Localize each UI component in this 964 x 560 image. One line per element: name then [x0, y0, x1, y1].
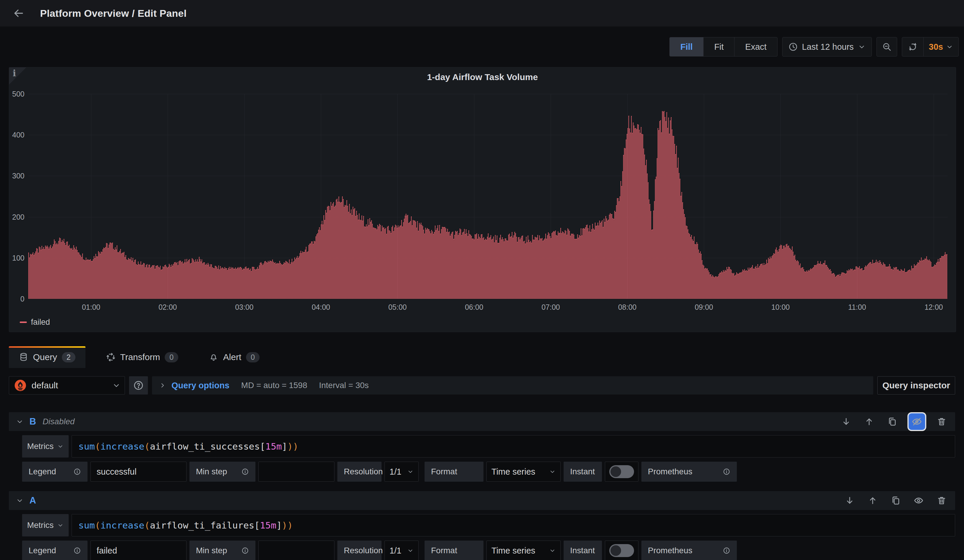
- metrics-dropdown[interactable]: Metrics: [22, 435, 68, 458]
- refresh-button[interactable]: [902, 37, 923, 56]
- query-b-options-row: Legend Min step Resolution 1/1 Format Ti…: [22, 462, 955, 482]
- fit-button[interactable]: Fit: [703, 37, 734, 56]
- query-a-header: A: [9, 491, 955, 510]
- toggle-query-visibility-button[interactable]: [912, 494, 925, 507]
- info-icon: [241, 547, 249, 554]
- collapse-chevron-icon[interactable]: [16, 418, 24, 425]
- move-query-up-button[interactable]: [863, 415, 876, 428]
- query-a-options-row: Legend Min step Resolution 1/1 Format Ti…: [22, 541, 955, 560]
- query-inspector-button[interactable]: Query inspector: [878, 376, 955, 394]
- datasource-name: default: [31, 380, 58, 390]
- y-tick-label: 300: [9, 172, 24, 180]
- tab-alert-label: Alert: [223, 352, 241, 362]
- tab-transform-label: Transform: [120, 352, 160, 362]
- chevron-down-icon: [549, 468, 556, 475]
- page-title: Platform Overview / Edit Panel: [40, 8, 187, 19]
- min-step-label-box: Min step: [189, 462, 256, 482]
- tab-alert[interactable]: Alert 0: [199, 346, 270, 368]
- chart-plot-area[interactable]: [28, 94, 948, 299]
- datasource-select[interactable]: default: [9, 376, 125, 394]
- query-a-ref: A: [29, 495, 36, 506]
- y-axis-labels: 0100200300400500: [9, 94, 24, 299]
- clock-icon: [788, 42, 798, 52]
- duplicate-query-button[interactable]: [889, 494, 902, 507]
- fill-button[interactable]: Fill: [670, 37, 703, 56]
- toggle-query-visibility-button[interactable]: [909, 413, 925, 430]
- chevron-down-icon: [112, 381, 120, 390]
- instant-label: Instant: [570, 546, 595, 555]
- prometheus-logo-icon: [14, 379, 27, 392]
- time-range-picker[interactable]: Last 12 hours: [782, 37, 872, 57]
- promql-editor[interactable]: sum(increase(airflow_ti_successes[15m])): [72, 435, 955, 458]
- instant-label-box: Instant: [563, 462, 602, 482]
- refresh-interval-dropdown[interactable]: 30s: [923, 37, 958, 56]
- refresh-icon: [908, 42, 917, 52]
- toggle-track: [609, 544, 634, 557]
- refresh-interval-label: 30s: [929, 42, 943, 52]
- legend-label: Legend: [29, 467, 56, 476]
- legend-item-failed[interactable]: failed: [20, 318, 50, 327]
- move-query-up-button[interactable]: [866, 494, 879, 507]
- resolution-select[interactable]: 1/1: [384, 541, 418, 560]
- metrics-dropdown[interactable]: Metrics: [22, 514, 68, 536]
- query-a-actions: [843, 494, 948, 507]
- query-options-bar[interactable]: Query options MD = auto = 1598 Interval …: [152, 376, 873, 394]
- format-select[interactable]: Time series: [487, 541, 561, 560]
- query-b-actions: [840, 413, 948, 430]
- collapse-chevron-icon[interactable]: [16, 497, 24, 504]
- format-label: Format: [431, 467, 457, 476]
- duplicate-query-button[interactable]: [886, 415, 899, 428]
- help-icon: [133, 380, 144, 391]
- min-step-input[interactable]: [258, 462, 334, 482]
- x-tick-label: 12:00: [925, 303, 943, 312]
- query-datasource-label: Prometheus: [648, 467, 692, 476]
- query-datasource-label: Prometheus: [648, 546, 692, 555]
- instant-label-box: Instant: [563, 541, 602, 560]
- toggle-knob: [611, 466, 621, 477]
- x-tick-label: 02:00: [158, 303, 177, 312]
- legend-input[interactable]: [90, 541, 187, 560]
- tab-transform[interactable]: Transform 0: [96, 346, 189, 368]
- y-tick-label: 200: [9, 213, 24, 221]
- resolution-select[interactable]: 1/1: [384, 462, 418, 482]
- min-step-input[interactable]: [258, 541, 334, 560]
- legend-series-label: failed: [31, 318, 50, 327]
- info-icon: [241, 468, 249, 476]
- query-a-expression-row: Metrics sum(increase(airflow_ti_failures…: [22, 514, 955, 536]
- x-tick-label: 04:00: [312, 303, 330, 312]
- format-value: Time series: [492, 546, 535, 555]
- x-tick-label: 09:00: [695, 303, 713, 312]
- x-tick-label: 05:00: [388, 303, 407, 312]
- instant-toggle[interactable]: [605, 462, 638, 482]
- query-datasource-box: Prometheus: [642, 541, 737, 560]
- info-icon: [73, 547, 81, 554]
- y-tick-label: 500: [9, 90, 24, 98]
- instant-toggle[interactable]: [605, 541, 638, 560]
- x-tick-label: 01:00: [82, 303, 101, 312]
- exact-button[interactable]: Exact: [734, 37, 777, 56]
- x-tick-label: 10:00: [771, 303, 790, 312]
- info-icon: [73, 468, 81, 476]
- datasource-help-button[interactable]: [129, 376, 148, 394]
- tab-transform-count-badge: 0: [165, 352, 178, 362]
- zoom-out-button[interactable]: [876, 37, 897, 57]
- chart-panel: i 1-day Airflow Task Volume 010020030040…: [9, 67, 956, 332]
- move-query-down-button[interactable]: [840, 415, 853, 428]
- back-arrow-icon[interactable]: [12, 6, 25, 20]
- format-select[interactable]: Time series: [487, 462, 561, 482]
- toggle-track: [609, 465, 634, 478]
- metrics-label: Metrics: [27, 442, 54, 451]
- delete-query-button[interactable]: [935, 415, 948, 428]
- legend-input[interactable]: [90, 462, 187, 482]
- query-b-state: Disabled: [42, 417, 75, 426]
- tab-query-count-badge: 2: [62, 352, 75, 362]
- delete-query-button[interactable]: [935, 494, 948, 507]
- chart-canvas: [28, 94, 948, 299]
- time-range-label: Last 12 hours: [802, 42, 854, 52]
- x-tick-label: 07:00: [542, 303, 560, 312]
- move-query-down-button[interactable]: [843, 494, 856, 507]
- x-tick-label: 06:00: [465, 303, 484, 312]
- tab-query[interactable]: Query 2: [9, 346, 85, 368]
- promql-editor[interactable]: sum(increase(airflow_ti_failures[15m])): [72, 514, 955, 536]
- y-tick-label: 400: [9, 131, 24, 139]
